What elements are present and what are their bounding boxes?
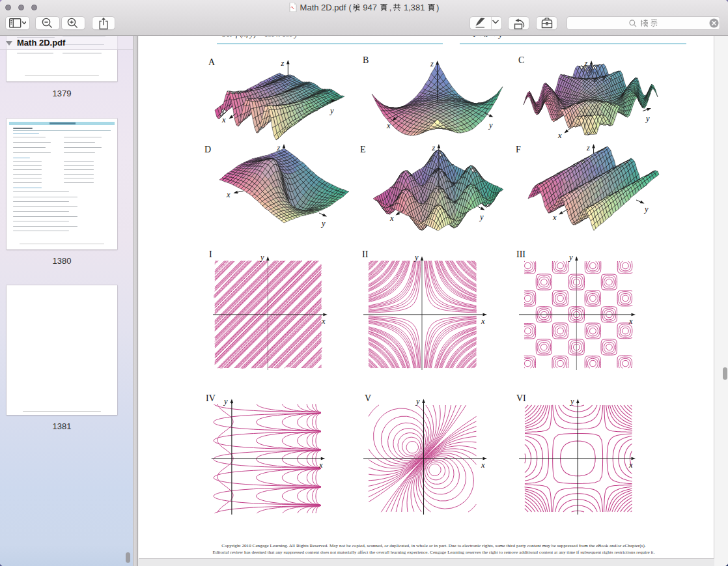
svg-text:y: y bbox=[415, 397, 420, 406]
svg-text:y: y bbox=[488, 120, 493, 130]
svg-text:z: z bbox=[586, 143, 590, 152]
svg-text:x: x bbox=[628, 460, 633, 470]
svg-text:y: y bbox=[259, 253, 264, 262]
svg-text:y: y bbox=[645, 114, 650, 123]
svg-text:y: y bbox=[643, 205, 649, 214]
svg-text:x: x bbox=[221, 115, 226, 124]
svg-text:x: x bbox=[226, 190, 231, 199]
svg-text:x: x bbox=[557, 131, 562, 140]
svg-text:y: y bbox=[329, 106, 334, 115]
svg-text:y: y bbox=[568, 253, 573, 262]
svg-text:z: z bbox=[277, 143, 281, 152]
svg-text:y: y bbox=[569, 397, 574, 406]
svg-text:x: x bbox=[481, 317, 485, 326]
svg-text:y: y bbox=[479, 212, 484, 221]
svg-text:x: x bbox=[628, 317, 633, 326]
svg-text:x: x bbox=[389, 214, 394, 223]
svg-text:z: z bbox=[430, 59, 434, 68]
svg-text:y: y bbox=[320, 219, 326, 228]
svg-text:x: x bbox=[481, 460, 485, 470]
svg-text:y: y bbox=[413, 253, 419, 262]
svg-text:z: z bbox=[281, 59, 285, 68]
svg-text:y: y bbox=[223, 397, 228, 406]
svg-text:z: z bbox=[584, 59, 588, 68]
svg-text:x: x bbox=[552, 213, 557, 222]
svg-text:x: x bbox=[321, 317, 326, 326]
svg-text:x: x bbox=[318, 460, 323, 470]
svg-text:x: x bbox=[386, 121, 391, 130]
svg-text:z: z bbox=[432, 143, 436, 152]
